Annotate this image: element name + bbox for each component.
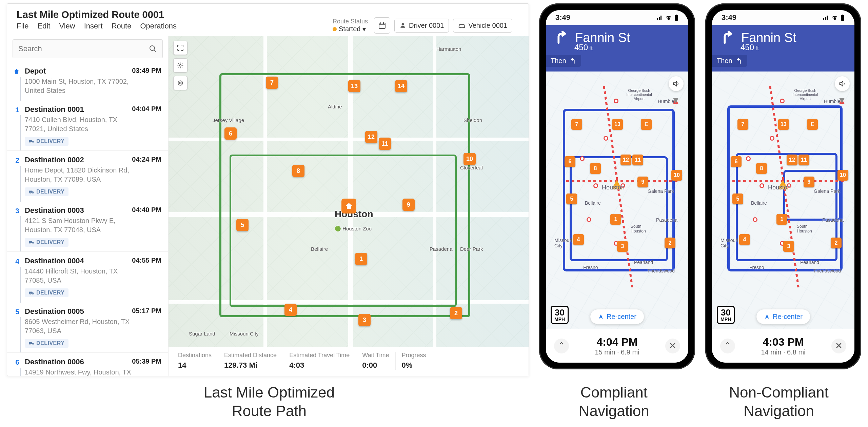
ppin-2[interactable]: 2: [665, 238, 675, 248]
map-pin-13[interactable]: 13: [348, 80, 360, 92]
ppin-E[interactable]: E: [641, 119, 652, 130]
route-status-text: Started: [339, 25, 360, 33]
stop-address: 7410 Cullen Blvd, Houston, TX 77021, Uni…: [25, 115, 133, 134]
phone-noncompliant: 3:49 Fannin St 450ft Then: [705, 3, 861, 369]
menu-view[interactable]: View: [59, 22, 75, 30]
stat-label: Wait Time: [362, 352, 389, 359]
delivery-badge: DELIVERY: [25, 238, 68, 247]
svg-point-10: [29, 142, 31, 143]
delivery-badge: DELIVERY: [25, 339, 68, 348]
sound-button[interactable]: [669, 76, 684, 91]
navigate-icon: [764, 314, 770, 320]
map-pin-8[interactable]: 8: [292, 165, 304, 177]
depot-marker[interactable]: [341, 199, 356, 214]
ppin-9[interactable]: 9: [804, 177, 814, 187]
expand-icon: [177, 44, 184, 51]
ppin-10[interactable]: 10: [671, 170, 682, 181]
map-pin-9[interactable]: 9: [402, 199, 415, 211]
stop-item[interactable]: 3Destination 000304:40 PM4121 S Sam Hous…: [7, 201, 168, 251]
ppin-8[interactable]: 8: [590, 163, 601, 174]
menu-insert[interactable]: Insert: [84, 22, 103, 30]
ppin-12[interactable]: 12: [787, 155, 797, 165]
ppin-7[interactable]: 7: [571, 119, 582, 130]
map-controls: [173, 41, 188, 90]
search-input[interactable]: [13, 39, 163, 58]
speaker-icon: [839, 80, 846, 87]
ppin-11[interactable]: 11: [798, 155, 809, 165]
sound-button[interactable]: [835, 76, 850, 91]
map-pin-14[interactable]: 14: [395, 80, 407, 92]
map-pin-7[interactable]: 7: [266, 77, 278, 89]
ppin-6[interactable]: 6: [565, 156, 575, 167]
delivery-badge: DELIVERY: [25, 137, 68, 146]
ppin-13[interactable]: 13: [612, 119, 623, 130]
ppin-7[interactable]: 7: [737, 119, 748, 130]
ppin-5[interactable]: 5: [732, 194, 743, 204]
phone-map[interactable]: 1 2 3 4 5 6 7 8 9 10 11 12 13 E Houston …: [712, 72, 854, 329]
locate-button[interactable]: [173, 76, 188, 90]
ppin-3[interactable]: 3: [617, 241, 628, 252]
stop-item[interactable]: 4Destination 000404:55 PM14440 Hillcroft…: [7, 251, 168, 302]
phone-map[interactable]: 1 2 3 4 5 6 7 8 9 10 11 12 13 E Houston …: [546, 72, 688, 329]
status-time: 3:49: [722, 13, 736, 22]
stop-list[interactable]: Depot03:49 PM1000 Main St, Houston, TX 7…: [7, 62, 168, 376]
menu-edit[interactable]: Edit: [37, 22, 50, 30]
ppin-4[interactable]: 4: [573, 234, 584, 245]
map-pin-11[interactable]: 11: [379, 138, 391, 150]
ppin-6[interactable]: 6: [731, 156, 742, 167]
stop-address: 1000 Main St, Houston, TX 77002, United …: [25, 77, 133, 95]
stop-item[interactable]: 2Destination 000204:24 PMHome Depot, 118…: [7, 150, 168, 201]
menu-route[interactable]: Route: [112, 22, 132, 30]
ppin-1[interactable]: 1: [776, 214, 787, 225]
ppin-12[interactable]: 12: [620, 155, 631, 165]
stop-item[interactable]: 6Destination 000605:39 PM14919 Northwest…: [7, 352, 168, 376]
compass-icon[interactable]: [671, 96, 681, 106]
wifi-icon: [831, 15, 838, 20]
compass-icon[interactable]: [837, 96, 847, 106]
driver-button[interactable]: Driver 0001: [394, 19, 449, 33]
expand-up-button[interactable]: ⌃: [720, 339, 735, 353]
map-pin-1[interactable]: 1: [355, 253, 367, 265]
stat-label: Destinations: [178, 352, 212, 359]
stop-item[interactable]: 1Destination 000104:04 PM7410 Cullen Blv…: [7, 100, 168, 150]
route-status-value[interactable]: Started ▾: [333, 25, 368, 33]
ppin-11[interactable]: 11: [632, 155, 643, 165]
ppin-2[interactable]: 2: [831, 238, 842, 248]
stop-item[interactable]: 5Destination 000505:17 PM8605 Westheimer…: [7, 302, 168, 352]
phone-status-bar: 3:49: [712, 10, 854, 25]
ppin-9[interactable]: 9: [637, 177, 648, 187]
ppin-10[interactable]: 10: [837, 170, 848, 181]
map-pin-3[interactable]: 3: [358, 314, 371, 326]
ppin-1[interactable]: 1: [610, 214, 621, 225]
search-field[interactable]: [18, 44, 149, 53]
ppin-8[interactable]: 8: [756, 163, 767, 174]
ppin-3[interactable]: 3: [783, 241, 794, 252]
map-pin-5[interactable]: 5: [236, 219, 249, 231]
nav-then[interactable]: Then: [546, 55, 581, 67]
fullscreen-button[interactable]: [173, 41, 188, 55]
ppin-5[interactable]: 5: [566, 194, 577, 204]
recenter-button[interactable]: Re-center: [590, 309, 644, 324]
stop-item[interactable]: Depot03:49 PM1000 Main St, Houston, TX 7…: [7, 62, 168, 100]
map-pin-10[interactable]: 10: [463, 153, 476, 165]
menu-operations[interactable]: Operations: [140, 22, 177, 30]
map-canvas[interactable]: Houston Pasadena Cloverleaf Sheldon Harm…: [169, 36, 529, 376]
expand-up-button[interactable]: ⌃: [554, 339, 569, 353]
map-pin-4[interactable]: 4: [284, 304, 297, 316]
ppin-13[interactable]: 13: [778, 119, 789, 130]
map-pin-6[interactable]: 6: [224, 127, 237, 140]
map-pin-2[interactable]: 2: [450, 307, 462, 319]
close-button[interactable]: ✕: [831, 339, 846, 353]
vehicle-label: Vehicle 0001: [468, 22, 507, 29]
phone-status-bar: 3:49: [546, 10, 688, 25]
settings-button[interactable]: [173, 58, 188, 73]
calendar-button[interactable]: [374, 17, 390, 34]
ppin-E[interactable]: E: [807, 119, 818, 130]
nav-then[interactable]: Then: [712, 55, 747, 67]
close-button[interactable]: ✕: [665, 339, 680, 353]
vehicle-button[interactable]: Vehicle 0001: [453, 19, 512, 33]
menu-file[interactable]: File: [17, 22, 28, 30]
recenter-button[interactable]: Re-center: [756, 309, 810, 324]
ppin-4[interactable]: 4: [739, 234, 750, 245]
map-pin-12[interactable]: 12: [365, 131, 377, 143]
